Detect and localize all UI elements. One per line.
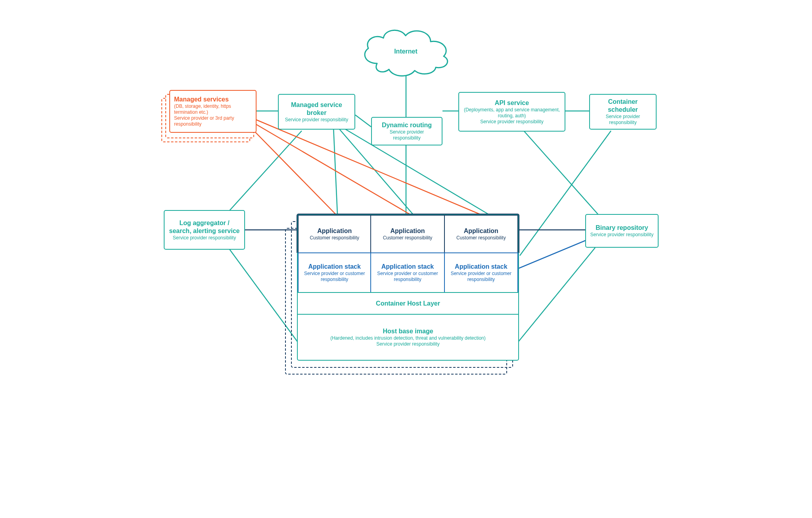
application-title: Application [317,227,352,235]
app-stack-title: Application stack [455,263,507,271]
host-base-image-title: Host base image [383,327,433,335]
svg-line-17 [246,123,337,216]
container-host-layer-cell: Container Host Layer [298,292,518,314]
binary-repository-resp: Service provider responsibility [590,232,653,238]
application-cell-3: Application Customer responsibility [445,215,518,252]
managed-service-broker-box: Managed service broker Service provider … [278,94,355,130]
host-base-image-cell: Host base image (Hardened, includes intr… [298,314,518,359]
host-container: Application Customer responsibility Appl… [297,214,519,361]
api-service-box: API service (Deployments, app and servic… [458,92,565,132]
application-resp: Customer responsibility [383,235,433,241]
svg-line-15 [516,240,587,270]
app-stack-title: Application stack [381,263,434,271]
app-stack-title: Application stack [308,263,360,271]
managed-services-box: Managed services (DB, storage, identity,… [169,90,257,133]
app-stack-cell-3: Application stack Service provider or cu… [445,252,518,292]
svg-line-6 [333,127,337,214]
dynamic-routing-box: Dynamic routing Service provider respons… [371,117,442,145]
diagram-canvas: Internet Managed services (DB, storage, … [135,0,677,396]
managed-services-title: Managed services [174,96,229,103]
application-cell-2: Application Customer responsibility [371,215,444,252]
app-stack-resp: Service provider or customer responsibil… [371,271,444,283]
log-aggregator-resp: Service provider responsibility [173,235,236,241]
dynamic-routing-title: Dynamic routing [382,121,432,129]
container-scheduler-title: Container scheduler [594,98,652,114]
app-stack-cell-2: Application stack Service provider or cu… [371,252,444,292]
binary-repository-title: Binary repository [596,224,648,232]
container-scheduler-box: Container scheduler Service provider res… [589,94,657,130]
managed-services-detail: (DB, storage, identity, https terminatio… [174,103,252,115]
container-scheduler-resp: Service provider responsibility [594,114,652,126]
binary-repository-box: Binary repository Service provider respo… [585,214,659,248]
application-resp: Customer responsibility [456,235,506,241]
internet-label: Internet [357,48,454,55]
host-base-image-resp: Service provider responsibility [376,341,439,347]
log-aggregator-title: Log aggregator / search, alerting servic… [169,219,240,235]
app-stack-resp: Service provider or customer responsibil… [299,271,370,283]
application-title: Application [390,227,425,235]
managed-service-broker-resp: Service provider responsibility [285,117,348,123]
application-resp: Customer responsibility [310,235,359,241]
api-service-title: API service [495,99,529,107]
application-title: Application [464,227,498,235]
managed-service-broker-title: Managed service broker [283,101,350,117]
managed-services-resp: Service provider or 3rd party responsibi… [174,115,252,127]
container-host-layer-label: Container Host Layer [376,300,440,308]
svg-line-19 [254,119,484,216]
host-base-image-detail: (Hardened, includes intrusion detection,… [330,335,486,341]
svg-line-13 [226,131,302,214]
app-stack-cell-1: Application stack Service provider or cu… [298,252,371,292]
application-cell-1: Application Customer responsibility [298,215,371,252]
svg-line-9 [524,131,603,220]
log-aggregator-box: Log aggregator / search, alerting servic… [164,210,245,250]
app-stack-resp: Service provider or customer responsibil… [445,271,517,283]
api-service-detail: (Deployments, app and service management… [463,107,561,119]
svg-line-16 [516,248,595,345]
api-service-resp: Service provider responsibility [480,119,543,125]
internet-cloud: Internet [357,24,454,79]
svg-line-3 [355,115,371,127]
dynamic-routing-resp: Service provider responsibility [376,129,438,141]
